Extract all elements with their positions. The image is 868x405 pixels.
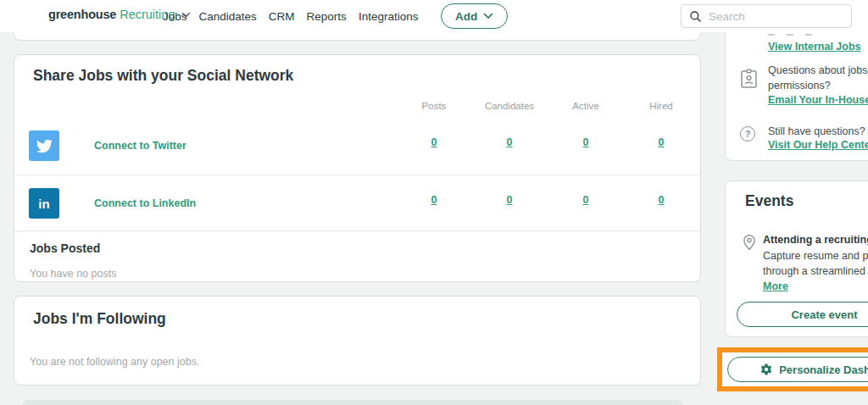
top-navigation-bar: greenhouse Recruiting Jobs Candidates CR… bbox=[0, 0, 868, 32]
share-jobs-title: Share Jobs with your Social Network bbox=[33, 67, 293, 85]
nav-item-candidates[interactable]: Candidates bbox=[199, 10, 257, 23]
help-center-link[interactable]: Visit Our Help Center bbox=[768, 139, 868, 151]
personalize-dashboard-button[interactable]: Personalize Dashb bbox=[727, 357, 868, 382]
event-item-desc-line1: Capture resume and prosp bbox=[763, 250, 868, 262]
column-header-active: Active bbox=[548, 101, 624, 111]
jobs-posted-empty-text: You have no posts bbox=[30, 268, 116, 280]
create-event-label: Create event bbox=[791, 308, 857, 321]
table-row-linkedin: in Connect to LinkedIn 0 0 0 0 bbox=[14, 175, 700, 230]
add-button[interactable]: Add bbox=[441, 3, 508, 29]
event-item-title: Attending a recruiting eve bbox=[763, 234, 868, 246]
nav-item-integrations[interactable]: Integrations bbox=[359, 10, 419, 23]
jobs-posted-section: Jobs Posted You have no posts bbox=[14, 230, 700, 231]
still-questions-text: Still have questions? bbox=[768, 124, 865, 139]
connect-linkedin-link[interactable]: Connect to LinkedIn bbox=[94, 197, 196, 209]
email-inhouse-link[interactable]: Email Your In-House Co bbox=[768, 94, 868, 106]
clipped-text-remnant bbox=[768, 34, 827, 36]
column-header-hired: Hired bbox=[623, 101, 699, 111]
twitter-bird-icon bbox=[36, 138, 53, 154]
twitter-candidates-count-link[interactable]: 0 bbox=[471, 136, 548, 148]
brand-name: greenhouse bbox=[48, 8, 116, 21]
linkedin-icon[interactable]: in bbox=[29, 188, 59, 219]
nav-item-crm[interactable]: CRM bbox=[269, 10, 295, 23]
personalize-highlight-box: Personalize Dashb bbox=[717, 347, 868, 391]
create-event-button[interactable]: Create event bbox=[737, 302, 868, 327]
linkedin-hired-count-link[interactable]: 0 bbox=[623, 194, 699, 206]
jobs-following-title: Jobs I'm Following bbox=[33, 310, 166, 328]
linkedin-active-count-link[interactable]: 0 bbox=[548, 194, 624, 206]
id-badge-icon bbox=[740, 69, 758, 89]
search-icon bbox=[689, 10, 702, 23]
jobs-following-card: Jobs I'm Following You are not following… bbox=[14, 296, 701, 386]
connect-twitter-link[interactable]: Connect to Twitter bbox=[94, 140, 186, 152]
questions-text: Questions about jobs or permissions? bbox=[768, 63, 868, 93]
twitter-active-count-link[interactable]: 0 bbox=[548, 136, 624, 148]
twitter-posts-count-link[interactable]: 0 bbox=[396, 136, 472, 148]
question-circle-icon: ? bbox=[740, 126, 755, 141]
events-title: Events bbox=[745, 192, 793, 210]
table-row-twitter: Connect to Twitter 0 0 0 0 bbox=[14, 118, 700, 174]
linkedin-in-glyph: in bbox=[38, 197, 49, 211]
column-header-candidates: Candidates bbox=[471, 101, 548, 111]
jobs-posted-title: Jobs Posted bbox=[30, 241, 100, 255]
share-jobs-card: Share Jobs with your Social Network Post… bbox=[14, 54, 701, 282]
linkedin-candidates-count-link[interactable]: 0 bbox=[471, 194, 548, 206]
events-card: Events Attending a recruiting eve Captur… bbox=[725, 180, 868, 337]
twitter-hired-count-link[interactable]: 0 bbox=[623, 136, 699, 148]
location-pin-icon bbox=[743, 235, 756, 251]
chevron-down-icon bbox=[483, 13, 493, 19]
primary-nav: Jobs Candidates CRM Reports Integrations bbox=[163, 0, 418, 32]
search-input[interactable] bbox=[709, 10, 836, 23]
gear-icon bbox=[760, 363, 773, 376]
more-link[interactable]: More bbox=[763, 280, 788, 292]
search-box[interactable] bbox=[681, 4, 852, 28]
column-header-posts: Posts bbox=[396, 101, 472, 111]
twitter-icon[interactable] bbox=[29, 130, 59, 161]
linkedin-posts-count-link[interactable]: 0 bbox=[396, 194, 472, 206]
nav-item-jobs[interactable]: Jobs bbox=[163, 10, 187, 23]
add-button-label: Add bbox=[455, 10, 477, 23]
event-item-desc-line2: through a streamlined iPa bbox=[763, 265, 868, 277]
nav-item-reports[interactable]: Reports bbox=[307, 10, 347, 23]
jobs-following-empty-text: You are not following any open jobs. bbox=[30, 356, 199, 368]
view-internal-jobs-link[interactable]: View Internal Jobs bbox=[768, 41, 861, 53]
next-card-top-edge bbox=[22, 400, 683, 405]
personalize-dashboard-label: Personalize Dashb bbox=[779, 363, 868, 376]
